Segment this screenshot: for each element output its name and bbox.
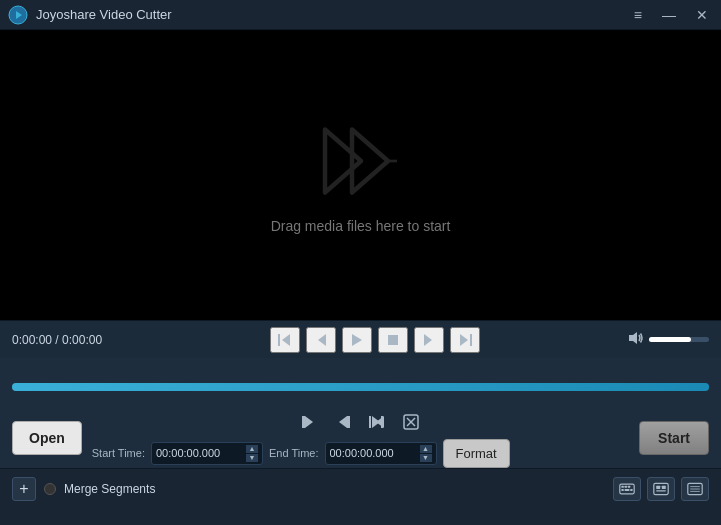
format-button[interactable]: Format [443,439,510,468]
drag-text: Drag media files here to start [271,218,451,234]
end-time-spinners: ▲ ▼ [420,445,432,462]
svg-marker-13 [629,332,637,344]
svg-marker-21 [376,416,384,428]
transport-bar: 0:00:00 / 0:00:00 [0,320,721,358]
play-segment-button[interactable] [364,409,390,435]
time-display: 0:00:00 / 0:00:00 [12,333,122,347]
controls-row: Open [0,408,721,468]
end-time-label: End Time: [269,447,319,459]
svg-rect-9 [388,335,398,345]
bottom-right [613,477,709,501]
start-button[interactable]: Start [639,421,709,455]
svg-rect-31 [630,489,632,491]
bottom-left: + Merge Segments [12,477,155,501]
svg-rect-29 [621,489,623,491]
end-time-input-wrap: ▲ ▼ [325,442,437,465]
start-time-input[interactable] [156,447,246,459]
svg-marker-12 [460,334,468,346]
start-time-spinners: ▲ ▼ [246,445,258,462]
svg-marker-3 [352,130,388,193]
step-start-button[interactable] [270,327,300,353]
keyboard-shortcut-button[interactable] [613,477,641,501]
svg-rect-16 [347,416,350,428]
set-start-marker-button[interactable] [296,409,322,435]
title-left: Joyoshare Video Cutter [8,5,172,25]
svg-marker-15 [305,416,313,428]
start-time-down[interactable]: ▼ [246,454,258,462]
progress-fill [12,383,709,391]
start-time-up[interactable]: ▲ [246,445,258,453]
segment-time-row: Start Time: ▲ ▼ End Time: ▲ ▼ Format [92,439,629,468]
segment-icons-row [92,409,629,435]
controls-middle: Start Time: ▲ ▼ End Time: ▲ ▼ Format [92,409,629,468]
svg-marker-8 [352,334,362,346]
svg-rect-27 [625,485,627,487]
bottom-bar: + Merge Segments [0,468,721,508]
svg-rect-34 [662,485,666,488]
svg-rect-28 [628,485,630,487]
timeline-area [0,358,721,408]
end-time-down[interactable]: ▼ [420,454,432,462]
title-bar: Joyoshare Video Cutter ≡ — ✕ [0,0,721,30]
list-view-button[interactable] [681,477,709,501]
start-time-input-wrap: ▲ ▼ [151,442,263,465]
svg-rect-26 [621,485,623,487]
volume-icon[interactable] [628,330,644,350]
play-icon-large [316,116,406,206]
delete-segment-button[interactable] [398,409,424,435]
close-button[interactable]: ✕ [691,5,713,25]
svg-rect-18 [369,416,371,428]
menu-button[interactable]: ≡ [629,5,647,25]
open-button[interactable]: Open [12,421,82,455]
volume-fill [649,337,691,342]
view-mode-button[interactable] [647,477,675,501]
start-time-label: Start Time: [92,447,145,459]
title-controls: ≡ — ✕ [629,5,713,25]
minimize-button[interactable]: — [657,5,681,25]
frame-back-button[interactable] [306,327,336,353]
merge-segments-label[interactable]: Merge Segments [64,482,155,496]
svg-marker-6 [282,334,290,346]
app-logo [8,5,28,25]
progress-track[interactable] [12,383,709,391]
title-text: Joyoshare Video Cutter [36,7,172,22]
video-area: Drag media files here to start [0,30,721,320]
play-button[interactable] [342,327,372,353]
svg-rect-5 [278,334,280,346]
merge-indicator [44,483,56,495]
add-segment-button[interactable]: + [12,477,36,501]
svg-rect-32 [654,483,668,494]
svg-rect-35 [656,490,666,491]
svg-marker-10 [424,334,432,346]
svg-marker-2 [325,130,361,193]
frame-forward-button[interactable] [414,327,444,353]
volume-area [628,330,709,350]
transport-controls [270,327,480,353]
svg-marker-7 [318,334,326,346]
svg-rect-11 [470,334,472,346]
end-time-up[interactable]: ▲ [420,445,432,453]
step-end-button[interactable] [450,327,480,353]
svg-rect-33 [656,485,660,488]
volume-slider[interactable] [649,337,709,342]
end-time-input[interactable] [330,447,420,459]
svg-rect-30 [625,489,630,491]
svg-rect-14 [302,416,305,428]
stop-button[interactable] [378,327,408,353]
svg-marker-17 [339,416,347,428]
set-end-marker-button[interactable] [330,409,356,435]
